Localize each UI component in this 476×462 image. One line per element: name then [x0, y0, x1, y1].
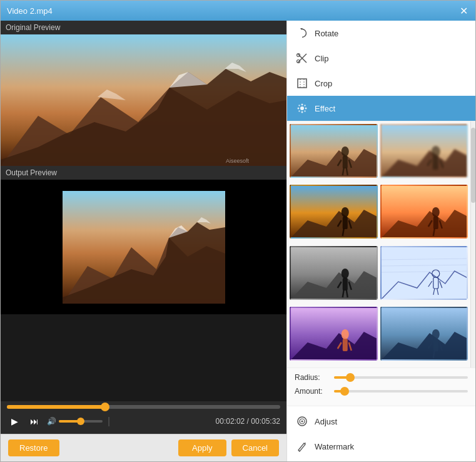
- svg-point-21: [301, 104, 303, 106]
- effect-thumb-cool[interactable]: [380, 307, 468, 361]
- scrollbar[interactable]: [470, 121, 475, 367]
- effect-icon: [296, 102, 308, 115]
- progress-thumb[interactable]: [101, 403, 109, 411]
- scrollbar-thumb[interactable]: [471, 128, 475, 203]
- time-separator: /: [245, 417, 251, 426]
- svg-point-24: [305, 108, 307, 110]
- window-title: Video 2.mp4: [7, 6, 53, 16]
- effect-thumb-bw[interactable]: [290, 246, 378, 300]
- bottom-tools: Adjust Watermark: [287, 406, 475, 461]
- sliders-area: Radius: Amount:: [287, 367, 475, 406]
- svg-rect-32: [343, 156, 348, 168]
- amount-label: Amount:: [295, 387, 329, 396]
- next-button[interactable]: ⏭: [27, 414, 42, 429]
- output-preview-image: [1, 180, 286, 314]
- svg-point-52: [432, 207, 439, 217]
- svg-point-23: [298, 108, 300, 110]
- content-area: Original Preview: [1, 21, 475, 461]
- watermark-label: Watermark: [315, 442, 354, 451]
- time-current: 00:02:02: [216, 417, 245, 426]
- menu-item-adjust[interactable]: Adjust: [287, 409, 475, 434]
- title-bar: Video 2.mp4 ✕: [1, 1, 475, 21]
- menu-item-effect[interactable]: Effect: [287, 96, 475, 121]
- playback-controls: ▶ ⏭ 🔊 | 00:02:02 / 00:05:32: [7, 414, 280, 429]
- volume-icon-button[interactable]: 🔊: [47, 417, 56, 426]
- time-display: 00:02:02 / 00:05:32: [216, 417, 280, 426]
- rotate-label: Rotate: [315, 29, 338, 38]
- svg-point-45: [342, 207, 349, 217]
- svg-point-59: [342, 269, 349, 279]
- svg-line-91: [298, 450, 300, 451]
- effect-thumb-warm[interactable]: [380, 185, 468, 239]
- svg-text:Aiseesoft: Aiseesoft: [226, 158, 250, 164]
- radius-knob[interactable]: [346, 373, 355, 382]
- clip-label: Clip: [315, 54, 328, 63]
- progress-fill: [7, 405, 105, 409]
- left-panel: Original Preview: [1, 21, 286, 461]
- main-window: Video 2.mp4 ✕ Original Preview: [0, 0, 476, 462]
- svg-rect-78: [343, 339, 348, 351]
- svg-rect-40: [432, 156, 438, 170]
- svg-point-31: [342, 146, 349, 157]
- right-panel: Rotate Clip: [286, 21, 475, 461]
- volume-divider: |: [108, 416, 110, 427]
- svg-point-39: [431, 146, 440, 157]
- effect-thumb-saturate[interactable]: [290, 185, 378, 239]
- effect-thumb-sketch[interactable]: [380, 246, 468, 300]
- close-button[interactable]: ✕: [458, 5, 469, 16]
- amount-knob[interactable]: [340, 387, 349, 396]
- menu-list: Rotate Clip: [287, 21, 475, 121]
- controls-bar: ▶ ⏭ 🔊 | 00:02:02 / 00:05:32: [1, 401, 286, 434]
- output-preview-label: Output Preview: [1, 166, 286, 180]
- svg-point-83: [432, 329, 439, 339]
- time-total: 00:05:32: [251, 417, 280, 426]
- svg-point-28: [304, 105, 305, 106]
- cancel-button[interactable]: Cancel: [231, 439, 279, 456]
- adjust-label: Adjust: [315, 417, 337, 426]
- volume-slider[interactable]: [59, 420, 103, 423]
- radius-row: Radius:: [295, 373, 468, 382]
- svg-point-25: [298, 105, 300, 106]
- svg-rect-53: [433, 217, 438, 229]
- original-preview-image: Aiseesoft: [1, 34, 286, 166]
- watermark-icon: [296, 440, 308, 453]
- svg-rect-65: [382, 247, 467, 300]
- effect-thumb-blur[interactable]: [380, 124, 468, 178]
- adjust-icon: [296, 415, 308, 428]
- effects-grid: [287, 121, 470, 367]
- crop-icon: [296, 77, 308, 90]
- preview-section: Original Preview: [1, 21, 286, 401]
- amount-row: Amount:: [295, 387, 468, 396]
- svg-rect-84: [433, 339, 438, 351]
- restore-button[interactable]: Restore: [8, 439, 59, 456]
- rotate-icon: [296, 27, 308, 39]
- svg-point-27: [298, 110, 300, 111]
- play-button[interactable]: ▶: [7, 414, 22, 429]
- svg-point-22: [301, 111, 303, 113]
- svg-point-77: [342, 329, 349, 339]
- amount-slider[interactable]: [334, 390, 468, 393]
- svg-point-90: [301, 421, 303, 423]
- svg-point-26: [304, 110, 305, 111]
- volume-area: 🔊: [47, 417, 103, 426]
- apply-button[interactable]: Apply: [178, 439, 226, 456]
- effect-thumb-normal[interactable]: [290, 124, 378, 178]
- effects-area: [287, 121, 475, 367]
- svg-point-20: [300, 106, 304, 110]
- effect-thumb-purple[interactable]: [290, 307, 378, 361]
- clip-icon: [296, 52, 308, 64]
- menu-item-clip[interactable]: Clip: [287, 46, 475, 71]
- svg-rect-46: [343, 217, 348, 229]
- volume-thumb[interactable]: [77, 418, 84, 425]
- svg-rect-60: [343, 278, 348, 290]
- bottom-bar: Restore Apply Cancel: [1, 434, 286, 461]
- menu-item-crop[interactable]: Crop: [287, 71, 475, 96]
- right-action-buttons: Apply Cancel: [178, 439, 279, 456]
- original-preview-label: Original Preview: [1, 21, 286, 34]
- radius-slider[interactable]: [334, 376, 468, 379]
- menu-item-rotate[interactable]: Rotate: [287, 21, 475, 46]
- menu-item-watermark[interactable]: Watermark: [287, 434, 475, 459]
- progress-bar[interactable]: [7, 405, 280, 409]
- radius-label: Radius:: [295, 373, 329, 382]
- svg-rect-17: [298, 79, 306, 88]
